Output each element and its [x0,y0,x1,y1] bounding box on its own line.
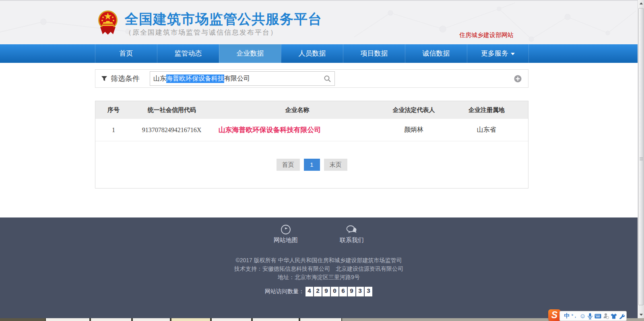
windows-taskbar-edge [0,318,644,321]
copyright-line: ©2017 版权所有 中华人民共和国住房和城乡建设部建筑市场监管司 [0,256,638,265]
ime-chinese-mode-icon[interactable]: 中 [564,311,570,321]
nav-tab-more-services[interactable]: 更多服务 [467,44,529,63]
site-footer: 网站地图 联系我们 ©2017 版权所有 中华人民共和国住房和城乡建设部建筑市场… [0,217,638,321]
ime-skin-tool-icon[interactable] [603,313,609,319]
filter-bar: 筛选条件 山东海普欧环保设备科技有限公司 [95,69,528,88]
row-region: 山东省 [445,126,528,134]
visit-counter-label: 网站访问数量： [265,288,304,295]
site-subtitle: （原全国建筑市场监管与诚信信息发布平台） [125,28,322,37]
search-text-selected: 海普欧环保设备科技 [166,75,224,83]
pagination: 首页 1 末页 [95,159,528,171]
visit-counter: 网站访问数量： 4 2 9 0 6 9 3 3 [0,287,638,296]
table-row: 1 91370782494216716X 山东海普欧环保设备科技有限公司 颜炳林… [95,119,528,141]
row-credit-code: 91370782494216716X [132,126,212,134]
counter-digit: 9 [348,287,355,296]
row-index: 1 [95,126,132,134]
ime-microphone-icon[interactable] [588,313,592,319]
nav-tab-personnel-data[interactable]: 人员数据 [281,44,343,63]
results-table: 序号 统一社会信用代码 企业名称 企业法定代表人 企业注册属地 1 913707… [95,101,528,188]
col-header-index: 序号 [95,106,132,114]
pagination-last-button[interactable]: 末页 [324,159,347,171]
ministry-website-link[interactable]: 住房城乡建设部网站 [459,31,514,39]
col-header-credit-code: 统一社会信用代码 [132,106,212,114]
nav-tab-project-data[interactable]: 项目数据 [343,44,405,63]
ime-punctuation-icon[interactable]: °， [572,311,578,321]
filter-funnel-icon [101,75,107,82]
tech-support-line: 技术支持：安徽德拓信息科技有限公司 北京建设信源资讯有限公司 [0,265,638,273]
ime-keyboard-icon[interactable] [594,314,601,319]
row-legal-rep: 颜炳林 [383,126,445,134]
search-input[interactable]: 山东海普欧环保设备科技有限公司 [150,71,335,86]
search-icon[interactable] [324,75,331,83]
sitemap-label: 网站地图 [274,236,298,244]
vertical-scrollbar[interactable] [638,0,644,321]
contact-icon [346,224,358,235]
ime-settings-wrench-icon[interactable] [619,313,625,319]
table-header-row: 序号 统一社会信用代码 企业名称 企业法定代表人 企业注册属地 [95,101,528,119]
counter-digit: 0 [331,287,339,296]
pagination-page-1-button[interactable]: 1 [304,159,320,171]
search-text-prefix: 山东 [153,75,166,83]
search-text-suffix: 有限公司 [224,75,250,83]
nav-tab-more-services-label: 更多服务 [481,44,508,63]
nav-tab-supervision-news[interactable]: 监管动态 [157,44,219,63]
main-nav: 首页 监管动态 企业数据 人员数据 项目数据 诚信数据 更多服务 [0,44,638,63]
counter-digit: 6 [339,287,347,296]
nav-tab-credit-data[interactable]: 诚信数据 [405,44,467,63]
chevron-down-icon [511,53,515,55]
scroll-up-button[interactable] [638,0,644,7]
sitemap-icon [281,224,291,235]
ime-emoji-icon[interactable]: ☺ [579,311,586,321]
contact-label: 联系我们 [340,236,364,244]
site-header: 全国建筑市场监管公共服务平台 （原全国建筑市场监管与诚信信息发布平台） 住房城乡… [0,1,638,44]
counter-digit: 3 [365,287,372,296]
nav-tab-enterprise-data[interactable]: 企业数据 [219,44,281,63]
add-filter-icon[interactable] [514,75,522,83]
site-title: 全国建筑市场监管公共服务平台 [125,11,322,27]
address-line: 地址：北京市海淀区三里河路9号 [0,273,638,282]
ime-shirt-skin-icon[interactable] [611,313,617,319]
company-name-link[interactable]: 山东海普欧环保设备科技有限公司 [218,126,321,134]
counter-digit: 9 [322,287,330,296]
counter-digit: 2 [314,287,322,296]
scrollbar-thumb[interactable] [638,8,644,305]
national-emblem-logo [98,9,118,35]
sitemap-link[interactable]: 网站地图 [268,224,303,244]
counter-digit: 3 [356,287,364,296]
scroll-down-button[interactable] [638,311,644,318]
sogou-logo-icon[interactable]: S [548,309,561,321]
nav-tab-home[interactable]: 首页 [95,44,157,63]
filter-label: 筛选条件 [111,74,140,83]
counter-digit: 4 [305,287,313,296]
contact-link[interactable]: 联系我们 [334,224,369,244]
pagination-first-button[interactable]: 首页 [277,159,300,171]
col-header-legal-rep: 企业法定代表人 [383,106,445,114]
col-header-company: 企业名称 [212,106,382,114]
col-header-region: 企业注册属地 [445,106,528,114]
